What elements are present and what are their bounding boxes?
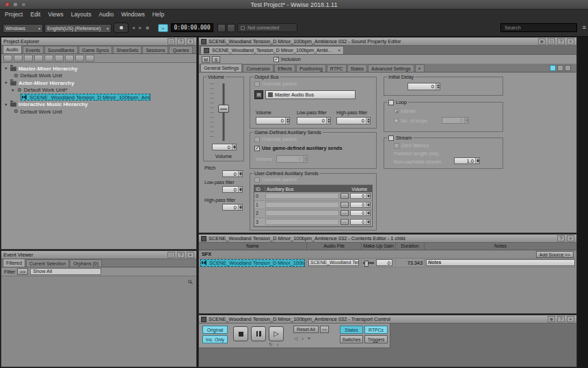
close-window-icon[interactable] — [5, 2, 10, 7]
tree-row[interactable]: ⚙ Default Work Unit — [1, 73, 196, 80]
aux-bus-cell[interactable] — [265, 219, 339, 225]
tab-sessions[interactable]: Sessions — [142, 46, 168, 53]
toolbar-icon[interactable] — [65, 55, 74, 62]
aux-volume-field[interactable]: 0 — [350, 210, 371, 216]
document-tab[interactable]: SCENE_Woodland_Tension_D Minor_100bpm_Am… — [200, 46, 344, 54]
aux-row[interactable]: 3 ... 0 — [254, 218, 372, 227]
spinner-icon[interactable] — [238, 187, 242, 192]
search-icon[interactable] — [188, 280, 191, 283]
browse-button[interactable]: ... — [340, 202, 349, 208]
contents-item-row[interactable]: SCENE_Woodland Tension_D Minor_100bpm_Am… — [199, 259, 576, 267]
output-bus-selector[interactable]: Master Audio Bus — [265, 90, 356, 99]
profiler-icon[interactable] — [217, 24, 226, 32]
lpf-field[interactable]: 0 — [222, 186, 243, 193]
gain-field[interactable]: 0 — [376, 259, 392, 266]
spinner-icon[interactable] — [366, 220, 370, 224]
language-selector[interactable]: English(US) (Reference)▾ — [44, 24, 111, 33]
stream-checkbox[interactable] — [388, 135, 394, 141]
toolbar-icon[interactable] — [44, 55, 53, 62]
aux-row[interactable]: 0 ... 0 — [254, 192, 372, 201]
tab-audio[interactable]: Audio — [3, 45, 22, 53]
menu-layouts[interactable]: Layouts — [71, 11, 92, 18]
switches-button[interactable]: Switches — [340, 335, 363, 343]
minimize-window-icon[interactable] — [13, 2, 18, 7]
spinner-icon[interactable] — [464, 118, 468, 123]
search-input[interactable]: Search — [500, 23, 577, 32]
add-source-button[interactable]: Add Source >> — [536, 251, 574, 258]
infinite-radio[interactable] — [394, 109, 399, 114]
rtpcs-button[interactable]: RTPCs — [364, 326, 388, 334]
col-notes[interactable]: Notes — [425, 243, 576, 250]
tree-row[interactable]: ▼ Actor-Mixer Hierarchy — [1, 79, 196, 87]
stop-button[interactable] — [233, 326, 248, 341]
toolbar-icon[interactable] — [55, 55, 64, 62]
close-icon[interactable]: × — [567, 38, 574, 44]
toolbar-icon[interactable] — [14, 55, 23, 62]
toolbar-icon[interactable] — [3, 55, 12, 62]
close-icon[interactable]: × — [187, 38, 194, 44]
volume-fader-handle[interactable] — [218, 105, 229, 113]
zero-latency-checkbox[interactable] — [394, 143, 399, 148]
tab-effects[interactable]: Effects — [274, 64, 295, 72]
spinner-icon[interactable] — [238, 205, 242, 210]
help-icon[interactable]: ? — [557, 38, 565, 44]
tab-states[interactable]: States — [347, 64, 368, 72]
volume-value-field[interactable]: 0 — [212, 144, 237, 150]
selected-sound-item[interactable]: SCENE_Woodland Tension_D Minor_100bpm_Am… — [21, 94, 150, 101]
spinner-icon[interactable] — [303, 156, 307, 162]
loop-count-field[interactable]: 2 — [442, 117, 469, 124]
toolbar-icon[interactable] — [75, 55, 84, 62]
solo-button[interactable]: S — [212, 56, 220, 63]
aux-volume-field[interactable]: 0 — [350, 193, 371, 199]
expander-icon[interactable]: ▼ — [4, 81, 8, 85]
spinner-icon[interactable] — [326, 118, 330, 124]
tab-orphans[interactable]: Orphans (0) — [70, 259, 102, 267]
aux-bus-cell[interactable] — [265, 202, 339, 208]
tab-soundbanks[interactable]: SoundBanks — [44, 46, 78, 53]
browse-button[interactable]: ... — [340, 210, 349, 216]
override-parent-checkbox[interactable] — [254, 177, 260, 183]
spinner-icon[interactable] — [285, 118, 289, 124]
bus-volume-field[interactable]: 0 — [256, 117, 290, 124]
initial-delay-field[interactable]: 0 — [407, 83, 440, 90]
zoom-window-icon[interactable] — [21, 2, 26, 7]
audio-file-cell[interactable]: SCENE_Woodland Tens... — [307, 259, 362, 267]
notes-cell[interactable]: Notes — [425, 259, 576, 267]
reset-all-button[interactable]: Reset All — [293, 326, 319, 333]
pause-button[interactable] — [251, 326, 266, 341]
original-toggle[interactable]: Original — [202, 326, 228, 334]
aux-volume-field[interactable]: 0 — [350, 219, 371, 225]
inclusion-checkbox[interactable] — [273, 57, 279, 62]
toolbar-icon[interactable] — [24, 55, 33, 62]
loop-count-radio[interactable] — [394, 118, 399, 123]
spinner-icon[interactable] — [232, 144, 236, 150]
help-icon[interactable]: ? — [177, 252, 185, 258]
close-icon[interactable]: × — [567, 316, 574, 322]
game-aux-volume-field[interactable]: 0 — [276, 155, 308, 163]
noncache-field[interactable]: 1.0 — [454, 157, 480, 164]
view-toggle-split-icon[interactable] — [557, 65, 563, 71]
col-makeup-gain[interactable]: Make-Up Gain — [362, 243, 396, 250]
tab-sharesets[interactable]: ShareSets — [113, 46, 142, 53]
tab-queries[interactable]: Queries — [169, 46, 192, 53]
inc-only-toggle[interactable]: Inc. Only — [202, 335, 228, 343]
hpf-field[interactable]: 0 — [222, 204, 243, 211]
tree-row[interactable]: ▼ Interactive Music Hierarchy — [1, 101, 196, 109]
pin-icon[interactable]: ⊕ — [548, 316, 555, 322]
tree-row[interactable]: ▼ ⚙ Default Work Unit* — [1, 87, 196, 94]
play-button[interactable]: ▷ — [269, 326, 284, 341]
selected-sound-name[interactable]: SCENE_Woodland Tension_D Minor_100bpm_Am… — [200, 259, 305, 267]
toolbar-icon[interactable] — [34, 55, 43, 62]
col-duration[interactable]: Duration — [396, 243, 425, 250]
menu-windows[interactable]: Windows — [121, 11, 144, 18]
float-icon[interactable]: □ — [168, 252, 175, 258]
tab-filtered[interactable]: Filtered — [3, 259, 25, 267]
close-icon[interactable]: × — [567, 235, 574, 241]
remote-icon[interactable] — [227, 24, 235, 32]
float-icon[interactable]: □ — [168, 38, 175, 44]
layout-selector[interactable]: Windows▾ — [3, 24, 43, 33]
help-icon[interactable]: ? — [177, 38, 185, 44]
override-parent-checkbox[interactable] — [254, 137, 260, 142]
spinner-icon[interactable] — [366, 194, 370, 198]
tab-current-selection[interactable]: Current Selection — [26, 259, 69, 267]
